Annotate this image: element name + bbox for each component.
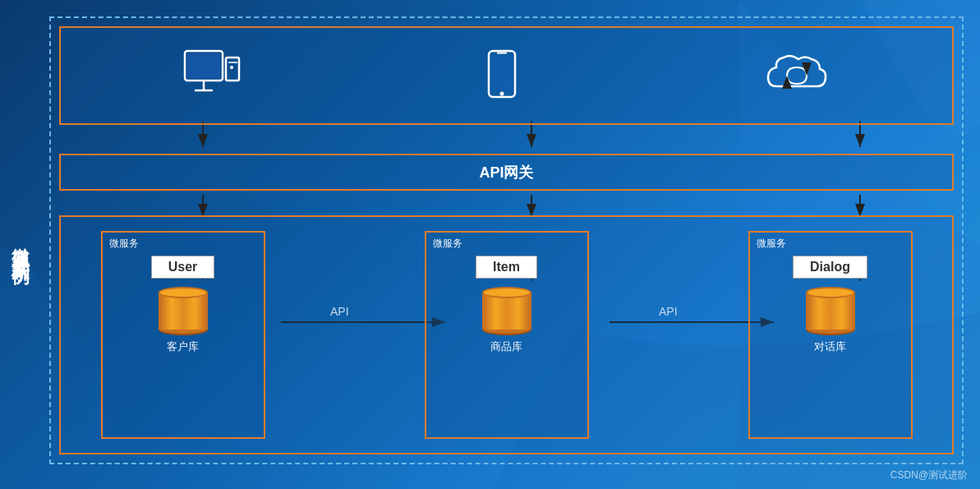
- api-gateway-label: API网关: [479, 163, 533, 182]
- svg-rect-15: [187, 53, 220, 78]
- item-db-label: 商品库: [490, 339, 522, 354]
- svg-point-23: [500, 91, 504, 95]
- user-db-label: 客户库: [167, 339, 199, 354]
- svg-rect-18: [226, 58, 239, 81]
- dialog-db-label: 对话库: [814, 339, 846, 354]
- mobile-client: [485, 49, 518, 103]
- clients-box: [59, 26, 954, 125]
- microservices-box: 微服务 User 客户库 微服务 Item: [59, 215, 954, 454]
- api-gateway-box: API网关: [59, 154, 954, 191]
- item-db-icon: 商品库: [482, 287, 531, 354]
- desktop-client: [183, 49, 241, 103]
- user-service-label: 微服务: [109, 237, 139, 251]
- user-service-box: 微服务 User 客户库: [101, 231, 265, 440]
- user-service-name: User: [151, 256, 215, 279]
- dialog-service-label: 微服务: [757, 237, 786, 251]
- item-service-label: 微服务: [433, 237, 462, 251]
- dialog-db-icon: 对话库: [806, 287, 855, 354]
- dialog-service-name: Dialog: [793, 256, 867, 279]
- svg-point-20: [230, 66, 233, 69]
- dialog-db-cylinder: [806, 287, 855, 335]
- item-service-box: 微服务 Item 商品库: [425, 231, 589, 440]
- watermark: CSDN@测试进阶: [890, 468, 968, 482]
- user-db-icon: 客户库: [159, 287, 208, 354]
- item-service-name: Item: [476, 256, 537, 279]
- dialog-service-box: 微服务 Dialog 对话库: [748, 231, 913, 440]
- svg-rect-22: [491, 55, 513, 90]
- page-title: 微服务架构示例: [8, 233, 32, 256]
- item-db-cylinder: [482, 287, 531, 335]
- cloud-client: [764, 49, 830, 103]
- user-db-cylinder: [159, 287, 208, 335]
- main-diagram: API API: [49, 16, 964, 464]
